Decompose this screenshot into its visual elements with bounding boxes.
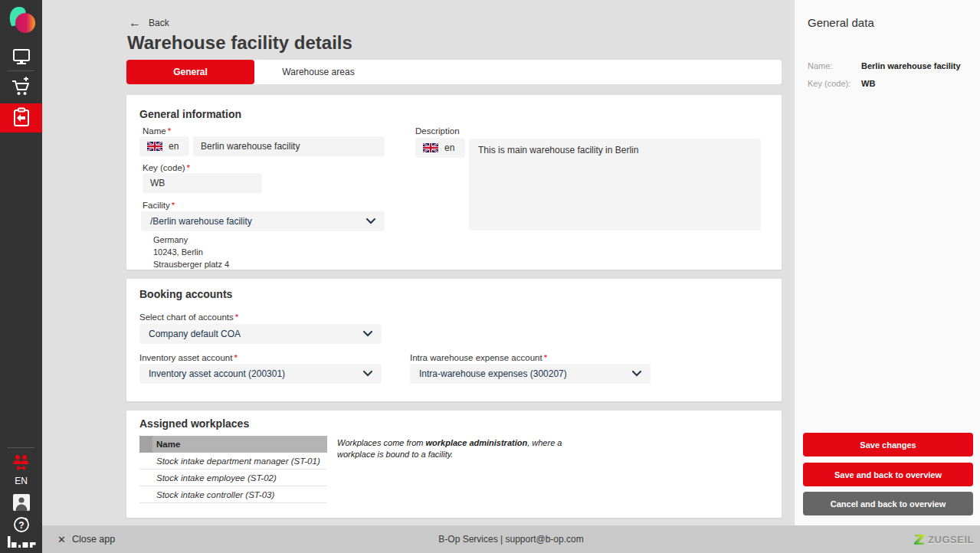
- booking-accounts-card: Booking accounts Select chart of account…: [126, 279, 782, 401]
- back-button[interactable]: ← Back: [129, 16, 169, 30]
- inventory-asset-account-select[interactable]: Inventory asset account (200301): [139, 364, 382, 384]
- back-arrow-icon: ←: [129, 16, 141, 30]
- description-language-code: en: [444, 142, 454, 153]
- monitor-icon: [11, 47, 31, 66]
- cancel-and-back-button[interactable]: Cancel and back to overview: [803, 492, 973, 515]
- summary-key-label: Key (code):: [808, 79, 851, 88]
- section-title: Booking accounts: [139, 288, 232, 300]
- sidebar-item-user-switch[interactable]: [0, 452, 42, 473]
- description-textarea[interactable]: This is main warehouse facility in Berli…: [469, 139, 761, 231]
- tab-general[interactable]: General: [126, 60, 254, 84]
- app-logo[interactable]: [5, 5, 38, 37]
- uk-flag-icon: [423, 143, 438, 152]
- help-icon: ?: [13, 516, 30, 533]
- clipboard-back-icon: [11, 107, 31, 129]
- zugseil-z-icon: [913, 534, 925, 545]
- key-code-input[interactable]: WB: [143, 173, 262, 193]
- language-label: EN: [15, 476, 28, 486]
- key-code-label: Key (code)*: [143, 163, 190, 172]
- section-title: Assigned workplaces: [139, 417, 249, 430]
- sidebar-divider: [8, 70, 34, 71]
- inventory-asset-account-label: Inventory asset account*: [139, 353, 238, 362]
- chevron-down-icon: [366, 218, 375, 224]
- table-header-corner: [139, 436, 152, 453]
- intra-warehouse-expense-select[interactable]: Intra-warehouse expenses (300207): [410, 364, 651, 384]
- table-row[interactable]: Stock intake department manager (ST-01): [139, 453, 327, 470]
- bop-logo: [7, 536, 36, 548]
- cart-add-icon: [11, 77, 32, 98]
- name-language-selector[interactable]: en: [139, 136, 189, 156]
- save-and-back-button[interactable]: Save and back to overview: [803, 463, 973, 486]
- app-window: EN ?: [0, 0, 980, 553]
- avatar-icon: [13, 494, 30, 511]
- name-language-code: en: [169, 141, 179, 152]
- close-app-button[interactable]: ✕ Close app: [57, 534, 115, 545]
- summary-panel: General data Name: Berlin warehouse faci…: [795, 0, 980, 525]
- sidebar-divider: [8, 447, 34, 448]
- chevron-down-icon: [632, 371, 641, 377]
- sidebar-item-procurement[interactable]: [0, 73, 42, 102]
- users-exchange-icon: [11, 454, 31, 471]
- workplaces-note: Workplaces come from workplace administr…: [337, 437, 582, 461]
- workplaces-table: Name Stock intake department manager (ST…: [139, 436, 327, 503]
- sidebar: EN ?: [0, 0, 42, 553]
- table-row[interactable]: Stock intake employee (ST-02): [139, 470, 327, 486]
- svg-text:?: ?: [18, 520, 24, 531]
- summary-key-value: WB: [861, 79, 875, 88]
- facility-address: Germany 10243, Berlin Strausberger platz…: [153, 234, 229, 271]
- sidebar-item-dashboard[interactable]: [0, 42, 42, 71]
- back-label: Back: [149, 18, 169, 28]
- tab-warehouse-areas[interactable]: Warehouse areas: [254, 60, 382, 84]
- main-content: ← Back Warehouse facility details Genera…: [42, 0, 795, 525]
- footer-bar: B-Op Services | support@b-op.com ✕ Close…: [42, 525, 980, 553]
- summary-name-value: Berlin warehouse facility: [861, 61, 961, 70]
- sidebar-item-stock-intake[interactable]: [0, 103, 42, 133]
- table-row[interactable]: Stock intake controller (ST-03): [139, 486, 327, 503]
- zugseil-wordmark: ZUGSEIL: [928, 534, 974, 545]
- chevron-down-icon: [363, 371, 372, 377]
- name-input[interactable]: Berlin warehouse facility: [193, 136, 385, 156]
- footer-support-text: B-Op Services | support@b-op.com: [42, 534, 980, 545]
- section-title: General information: [139, 108, 241, 120]
- table-header-name: Name: [152, 440, 180, 449]
- facility-select[interactable]: /Berlin warehouse facility: [141, 211, 385, 231]
- description-language-selector[interactable]: en: [415, 138, 465, 158]
- facility-label: Facility*: [143, 201, 175, 210]
- intra-warehouse-expense-label: Intra warehouse expense account*: [410, 353, 547, 362]
- page-title: Warehouse facility details: [127, 32, 352, 54]
- save-changes-button[interactable]: Save changes: [803, 433, 973, 456]
- general-information-card: General information Name* en Berlin ware…: [126, 95, 782, 270]
- zugseil-logo: ZUGSEIL: [913, 534, 974, 545]
- summary-name-label: Name:: [808, 61, 832, 70]
- sidebar-item-profile[interactable]: [0, 492, 42, 513]
- tab-bar: General Warehouse areas: [126, 60, 782, 84]
- sidebar-language-selector[interactable]: EN: [0, 473, 42, 489]
- uk-flag-icon: [147, 142, 162, 151]
- assigned-workplaces-card: Assigned workplaces Name Stock intake de…: [126, 411, 782, 518]
- description-label: Description: [415, 126, 460, 136]
- chevron-down-icon: [363, 331, 372, 337]
- chart-of-accounts-select[interactable]: Company default COA: [139, 324, 382, 344]
- close-icon: ✕: [57, 534, 66, 545]
- summary-title: General data: [808, 16, 874, 29]
- table-header-row: Name: [139, 436, 327, 453]
- name-label: Name*: [143, 126, 171, 136]
- sidebar-item-help[interactable]: ?: [0, 515, 42, 535]
- chart-of-accounts-label: Select chart of accounts*: [139, 312, 238, 322]
